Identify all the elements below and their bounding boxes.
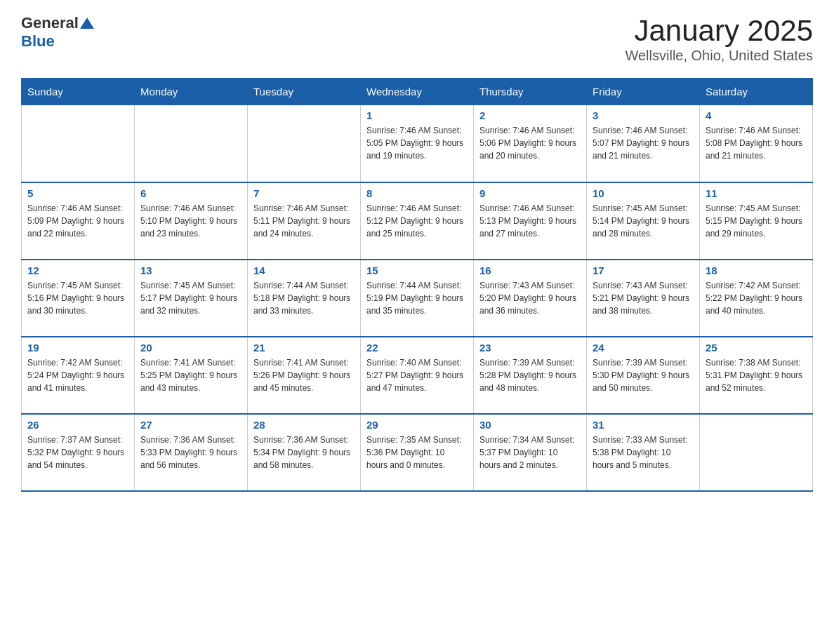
title-section: January 2025 Wellsville, Ohio, United St… [625, 14, 813, 64]
day-info: Sunrise: 7:35 AM Sunset: 5:36 PM Dayligh… [366, 434, 468, 471]
day-info: Sunrise: 7:46 AM Sunset: 5:10 PM Dayligh… [140, 202, 241, 240]
day-number: 21 [253, 342, 355, 354]
day-number: 1 [366, 109, 468, 121]
calendar-body: 1Sunrise: 7:46 AM Sunset: 5:05 PM Daylig… [22, 105, 813, 491]
day-number: 13 [140, 264, 241, 276]
calendar-cell: 15Sunrise: 7:44 AM Sunset: 5:19 PM Dayli… [361, 260, 474, 337]
day-number: 31 [593, 419, 694, 431]
day-number: 20 [140, 342, 241, 354]
calendar-cell: 19Sunrise: 7:42 AM Sunset: 5:24 PM Dayli… [22, 337, 135, 414]
calendar-cell: 27Sunrise: 7:36 AM Sunset: 5:33 PM Dayli… [135, 414, 248, 491]
calendar-table: SundayMondayTuesdayWednesdayThursdayFrid… [21, 78, 813, 492]
calendar-cell: 6Sunrise: 7:46 AM Sunset: 5:10 PM Daylig… [135, 182, 248, 260]
calendar-week-row: 5Sunrise: 7:46 AM Sunset: 5:09 PM Daylig… [22, 182, 813, 260]
day-info: Sunrise: 7:44 AM Sunset: 5:19 PM Dayligh… [366, 279, 468, 317]
day-number: 30 [479, 419, 581, 431]
calendar-cell: 8Sunrise: 7:46 AM Sunset: 5:12 PM Daylig… [361, 182, 474, 260]
day-info: Sunrise: 7:45 AM Sunset: 5:14 PM Dayligh… [593, 202, 694, 240]
calendar-cell: 29Sunrise: 7:35 AM Sunset: 5:36 PM Dayli… [361, 414, 474, 491]
day-info: Sunrise: 7:43 AM Sunset: 5:20 PM Dayligh… [479, 279, 581, 317]
logo: General Blue [21, 14, 94, 51]
day-info: Sunrise: 7:40 AM Sunset: 5:27 PM Dayligh… [366, 356, 468, 394]
day-number: 18 [706, 264, 807, 276]
logo-blue-text: Blue [21, 32, 55, 51]
calendar-cell: 10Sunrise: 7:45 AM Sunset: 5:14 PM Dayli… [587, 182, 700, 260]
logo-general-text: General [21, 14, 79, 32]
day-info: Sunrise: 7:46 AM Sunset: 5:07 PM Dayligh… [593, 124, 694, 162]
calendar-cell: 1Sunrise: 7:46 AM Sunset: 5:05 PM Daylig… [361, 105, 474, 182]
calendar-week-row: 19Sunrise: 7:42 AM Sunset: 5:24 PM Dayli… [22, 337, 813, 414]
day-number: 24 [593, 342, 694, 354]
day-number: 11 [706, 187, 807, 199]
calendar-cell: 23Sunrise: 7:39 AM Sunset: 5:28 PM Dayli… [474, 337, 587, 414]
calendar-cell: 28Sunrise: 7:36 AM Sunset: 5:34 PM Dayli… [248, 414, 361, 491]
day-number: 5 [27, 187, 128, 199]
calendar-week-row: 1Sunrise: 7:46 AM Sunset: 5:05 PM Daylig… [22, 105, 813, 182]
day-number: 27 [140, 419, 241, 431]
calendar-header: SundayMondayTuesdayWednesdayThursdayFrid… [22, 79, 813, 105]
day-info: Sunrise: 7:46 AM Sunset: 5:13 PM Dayligh… [479, 202, 581, 240]
calendar-cell: 3Sunrise: 7:46 AM Sunset: 5:07 PM Daylig… [587, 105, 700, 182]
calendar-cell: 9Sunrise: 7:46 AM Sunset: 5:13 PM Daylig… [474, 182, 587, 260]
day-number: 14 [253, 264, 355, 276]
day-number: 17 [593, 264, 694, 276]
day-number: 3 [593, 109, 694, 121]
page-header: General Blue January 2025 Wellsville, Oh… [21, 14, 813, 64]
day-info: Sunrise: 7:41 AM Sunset: 5:25 PM Dayligh… [140, 356, 241, 394]
calendar-cell: 2Sunrise: 7:46 AM Sunset: 5:06 PM Daylig… [474, 105, 587, 182]
day-number: 10 [593, 187, 694, 199]
calendar-week-row: 12Sunrise: 7:45 AM Sunset: 5:16 PM Dayli… [22, 260, 813, 337]
day-info: Sunrise: 7:46 AM Sunset: 5:06 PM Dayligh… [479, 124, 581, 162]
day-number: 26 [27, 419, 128, 431]
day-info: Sunrise: 7:45 AM Sunset: 5:15 PM Dayligh… [706, 202, 807, 240]
calendar-cell: 21Sunrise: 7:41 AM Sunset: 5:26 PM Dayli… [248, 337, 361, 414]
column-header-saturday: Saturday [700, 79, 813, 105]
day-number: 2 [479, 109, 581, 121]
day-number: 23 [479, 342, 581, 354]
day-info: Sunrise: 7:39 AM Sunset: 5:28 PM Dayligh… [479, 356, 581, 394]
column-header-sunday: Sunday [22, 79, 135, 105]
day-number: 28 [253, 419, 355, 431]
calendar-cell: 22Sunrise: 7:40 AM Sunset: 5:27 PM Dayli… [361, 337, 474, 414]
day-number: 29 [366, 419, 468, 431]
logo-triangle-icon [80, 16, 94, 30]
calendar-cell: 5Sunrise: 7:46 AM Sunset: 5:09 PM Daylig… [22, 182, 135, 260]
day-number: 16 [479, 264, 581, 276]
calendar-cell: 31Sunrise: 7:33 AM Sunset: 5:38 PM Dayli… [587, 414, 700, 491]
calendar-cell: 13Sunrise: 7:45 AM Sunset: 5:17 PM Dayli… [135, 260, 248, 337]
day-info: Sunrise: 7:44 AM Sunset: 5:18 PM Dayligh… [253, 279, 355, 317]
day-info: Sunrise: 7:41 AM Sunset: 5:26 PM Dayligh… [253, 356, 355, 394]
calendar-cell: 30Sunrise: 7:34 AM Sunset: 5:37 PM Dayli… [474, 414, 587, 491]
column-header-friday: Friday [587, 79, 700, 105]
day-info: Sunrise: 7:33 AM Sunset: 5:38 PM Dayligh… [593, 434, 694, 471]
day-info: Sunrise: 7:45 AM Sunset: 5:16 PM Dayligh… [27, 279, 128, 317]
day-number: 4 [706, 109, 807, 121]
day-info: Sunrise: 7:46 AM Sunset: 5:08 PM Dayligh… [706, 124, 807, 162]
day-info: Sunrise: 7:37 AM Sunset: 5:32 PM Dayligh… [27, 434, 128, 471]
column-header-monday: Monday [135, 79, 248, 105]
calendar-cell: 7Sunrise: 7:46 AM Sunset: 5:11 PM Daylig… [248, 182, 361, 260]
calendar-cell: 16Sunrise: 7:43 AM Sunset: 5:20 PM Dayli… [474, 260, 587, 337]
calendar-cell: 4Sunrise: 7:46 AM Sunset: 5:08 PM Daylig… [700, 105, 813, 182]
day-info: Sunrise: 7:34 AM Sunset: 5:37 PM Dayligh… [479, 434, 581, 471]
day-info: Sunrise: 7:46 AM Sunset: 5:09 PM Dayligh… [27, 202, 128, 240]
day-info: Sunrise: 7:45 AM Sunset: 5:17 PM Dayligh… [140, 279, 241, 317]
day-number: 19 [27, 342, 128, 354]
day-number: 7 [253, 187, 355, 199]
calendar-cell: 11Sunrise: 7:45 AM Sunset: 5:15 PM Dayli… [700, 182, 813, 260]
day-info: Sunrise: 7:39 AM Sunset: 5:30 PM Dayligh… [593, 356, 694, 394]
day-info: Sunrise: 7:42 AM Sunset: 5:24 PM Dayligh… [27, 356, 128, 394]
day-info: Sunrise: 7:36 AM Sunset: 5:34 PM Dayligh… [253, 434, 355, 471]
column-header-wednesday: Wednesday [361, 79, 474, 105]
day-number: 8 [366, 187, 468, 199]
day-info: Sunrise: 7:46 AM Sunset: 5:05 PM Dayligh… [366, 124, 468, 162]
calendar-cell: 20Sunrise: 7:41 AM Sunset: 5:25 PM Dayli… [135, 337, 248, 414]
calendar-week-row: 26Sunrise: 7:37 AM Sunset: 5:32 PM Dayli… [22, 414, 813, 491]
calendar-cell: 12Sunrise: 7:45 AM Sunset: 5:16 PM Dayli… [22, 260, 135, 337]
day-number: 15 [366, 264, 468, 276]
day-info: Sunrise: 7:43 AM Sunset: 5:21 PM Dayligh… [593, 279, 694, 317]
day-info: Sunrise: 7:38 AM Sunset: 5:31 PM Dayligh… [706, 356, 807, 394]
calendar-cell: 18Sunrise: 7:42 AM Sunset: 5:22 PM Dayli… [700, 260, 813, 337]
calendar-cell: 25Sunrise: 7:38 AM Sunset: 5:31 PM Dayli… [700, 337, 813, 414]
location-text: Wellsville, Ohio, United States [625, 48, 813, 64]
